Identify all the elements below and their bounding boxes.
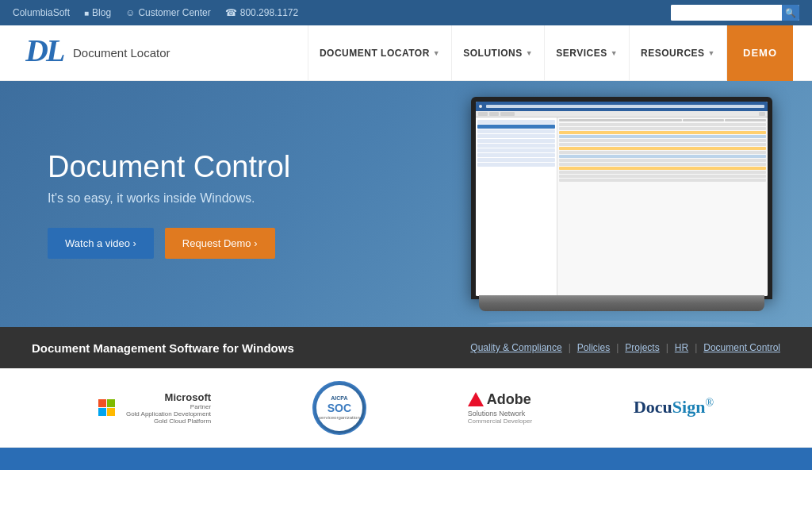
svg-text:L: L	[45, 33, 65, 67]
col-header	[683, 119, 724, 121]
watch-video-button[interactable]: Watch a video ›	[48, 228, 154, 259]
aicpa-inner: AICPA SOC serviceorganization	[316, 385, 362, 431]
screen-addressbar	[486, 105, 764, 108]
file-row	[559, 143, 766, 146]
main-nav: DOCUMENT LOCATOR ▼ SOLUTIONS ▼ SERVICES …	[308, 25, 793, 81]
microsoft-text: Microsoft Partner Gold Application Devel…	[126, 391, 211, 425]
ms-square-green	[107, 399, 115, 407]
separator: |	[616, 342, 619, 353]
hero-buttons: Watch a video › Request Demo ›	[48, 228, 764, 259]
sidebar-item	[477, 134, 555, 138]
hero-title: Document Control	[48, 149, 764, 186]
adobe-logo: Adobe Solutions Network Commercial Devel…	[468, 391, 532, 425]
banner-link-projects[interactable]: Projects	[625, 342, 659, 353]
demo-button[interactable]: DEMO	[727, 25, 793, 81]
banner-link-policies[interactable]: Policies	[577, 342, 610, 353]
blog-link[interactable]: ■ Blog	[84, 7, 111, 18]
screen-titlebar	[476, 102, 768, 111]
chevron-down-icon: ▼	[611, 49, 618, 57]
docusign-logo: DocuSign®	[634, 397, 714, 418]
adobe-top: Adobe	[468, 391, 531, 408]
file-row	[559, 127, 766, 130]
banner-title: Document Management Software for Windows	[32, 341, 294, 355]
separator: |	[695, 342, 697, 353]
partners-section: Microsoft Partner Gold Application Devel…	[0, 368, 812, 448]
sidebar-item	[477, 125, 555, 129]
chevron-down-icon: ▼	[433, 49, 440, 57]
logo-icon: D L	[25, 33, 65, 73]
chevron-down-icon: ▼	[526, 49, 533, 57]
adobe-sub2: Commercial Developer	[468, 418, 532, 425]
sidebar-item	[477, 120, 555, 124]
col-header	[559, 119, 682, 121]
search-box[interactable]: 🔍	[671, 5, 799, 21]
company-name[interactable]: ColumbiaSoft	[13, 7, 70, 18]
col-header	[725, 119, 766, 121]
nav-document-locator[interactable]: DOCUMENT LOCATOR ▼	[308, 25, 452, 81]
top-bar: ColumbiaSoft ■ Blog ☺ Customer Center ☎ …	[0, 0, 812, 25]
phone-number[interactable]: ☎ 800.298.1172	[225, 7, 298, 18]
docusign-sign: Sign	[672, 398, 706, 418]
aicpa-soc-label: SOC	[327, 402, 351, 414]
toolbar-btn	[489, 112, 499, 116]
customer-center-link[interactable]: ☺ Customer Center	[125, 7, 211, 18]
ms-square-red	[98, 399, 106, 407]
file-row	[559, 135, 766, 138]
footer-strip	[0, 448, 812, 470]
adobe-sub1: Solutions Network	[468, 410, 526, 418]
banner-link-hr[interactable]: HR	[675, 342, 688, 353]
chevron-down-icon: ▼	[708, 49, 715, 57]
separator: |	[569, 342, 571, 353]
rss-icon: ■	[84, 9, 89, 17]
aicpa-partner: AICPA SOC serviceorganization	[312, 381, 366, 435]
laptop-reflection	[487, 321, 756, 327]
toolbar-btn	[759, 112, 765, 116]
user-icon: ☺	[125, 7, 135, 18]
sidebar-item	[477, 129, 555, 133]
docusign-partner: DocuSign®	[634, 397, 714, 418]
phone-icon: ☎	[225, 7, 237, 18]
toolbar-btn	[500, 112, 515, 116]
sidebar-item	[477, 139, 555, 143]
screen-toolbar	[476, 111, 768, 117]
aicpa-circle: AICPA SOC serviceorganization	[312, 381, 366, 435]
bottom-banner: Document Management Software for Windows…	[0, 327, 812, 368]
sidebar-item	[477, 144, 555, 148]
microsoft-sub1: Gold Application Development	[126, 410, 211, 418]
top-bar-left: ColumbiaSoft ■ Blog ☺ Customer Center ☎ …	[13, 7, 298, 18]
search-input[interactable]	[671, 5, 782, 21]
laptop-base	[479, 295, 764, 311]
nav-resources[interactable]: RESOURCES ▼	[630, 25, 727, 81]
separator: |	[666, 342, 668, 353]
file-row	[559, 123, 766, 126]
nav-solutions[interactable]: SOLUTIONS ▼	[452, 25, 545, 81]
banner-link-quality[interactable]: Quality & Compliance	[470, 342, 561, 353]
hero-section: Document Control It's so easy, it works …	[0, 81, 812, 327]
nav-services[interactable]: SERVICES ▼	[545, 25, 630, 81]
adobe-triangle-icon	[468, 392, 484, 406]
file-row	[559, 131, 766, 134]
aicpa-sub: serviceorganization	[319, 415, 360, 420]
banner-links: Quality & Compliance | Policies | Projec…	[470, 342, 780, 353]
microsoft-name: Microsoft	[165, 391, 212, 403]
hero-subtitle: It's so easy, it works inside Windows.	[48, 191, 764, 206]
microsoft-logo-grid	[98, 399, 115, 416]
toolbar-btn	[478, 112, 488, 116]
microsoft-partner: Microsoft Partner Gold Application Devel…	[98, 391, 211, 425]
request-demo-button[interactable]: Request Demo ›	[165, 228, 275, 259]
dl-logo-svg: D L	[25, 33, 65, 67]
logo-text: Document Locator	[73, 46, 170, 60]
header: D L Document Locator DOCUMENT LOCATOR ▼ …	[0, 25, 812, 81]
adobe-partner: Adobe Solutions Network Commercial Devel…	[468, 391, 532, 425]
screen-dot	[479, 105, 482, 108]
svg-text:D: D	[25, 33, 48, 67]
file-row	[559, 139, 766, 142]
logo[interactable]: D L Document Locator	[25, 33, 170, 73]
ms-square-blue	[98, 408, 106, 416]
banner-link-doccontrol[interactable]: Document Control	[703, 342, 780, 353]
ms-square-yellow	[107, 408, 115, 416]
microsoft-sub2: Gold Cloud Platform	[154, 418, 211, 425]
search-button[interactable]: 🔍	[782, 5, 799, 21]
aicpa-label: AICPA	[331, 395, 347, 401]
microsoft-partner-label: Partner	[190, 403, 211, 410]
